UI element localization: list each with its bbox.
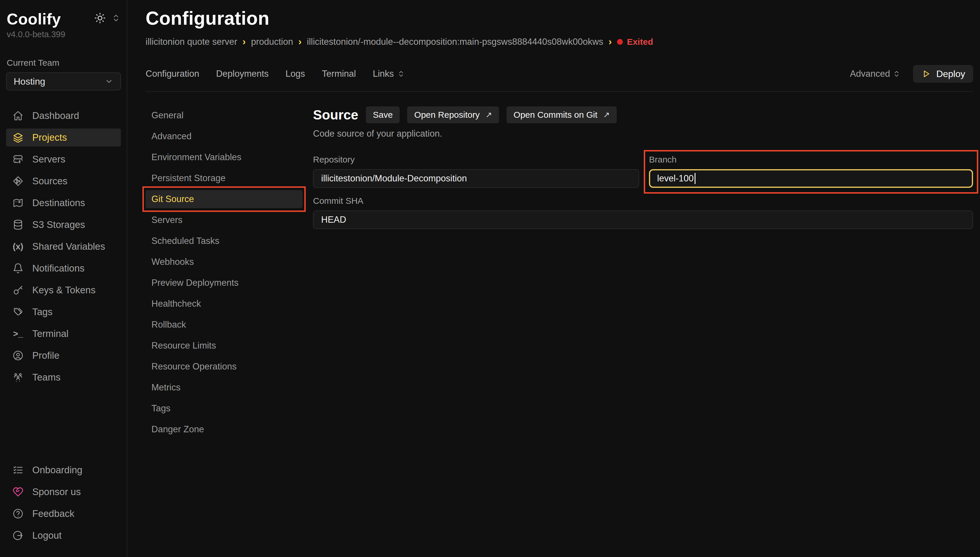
breadcrumb: illicitonion quote server › production ›… xyxy=(146,37,973,47)
sidebar-item-terminal[interactable]: >_ Terminal xyxy=(6,325,121,343)
sidebar-item-servers[interactable]: Servers xyxy=(6,150,121,168)
subnav-item-general[interactable]: General xyxy=(146,106,302,124)
current-team-label: Current Team xyxy=(7,58,121,68)
subnav-item-persistent-storage[interactable]: Persistent Storage xyxy=(146,169,302,187)
sidebar-item-label: Destinations xyxy=(32,197,85,208)
sidebar-item-label: Sources xyxy=(32,176,67,187)
save-button[interactable]: Save xyxy=(366,106,400,123)
configuration-subnav: General Advanced Environment Variables P… xyxy=(146,106,302,441)
breadcrumb-project[interactable]: illicitonion quote server xyxy=(146,37,237,47)
sidebar-item-destinations[interactable]: Destinations xyxy=(6,194,121,212)
status-badge: Exited xyxy=(617,37,653,47)
layers-icon xyxy=(13,132,24,143)
advanced-label: Advanced xyxy=(850,68,890,79)
page-title: Configuration xyxy=(146,8,973,29)
open-commits-button[interactable]: Open Commits on Git ↗ xyxy=(507,106,617,123)
commit-sha-input[interactable] xyxy=(313,210,973,229)
source-form: Repository Branch level-100 Commit SHA xyxy=(313,155,973,229)
subnav-item-resource-limits[interactable]: Resource Limits xyxy=(146,337,302,355)
subnav-item-rollback[interactable]: Rollback xyxy=(146,316,302,334)
subnav-item-advanced[interactable]: Advanced xyxy=(146,127,302,145)
sidebar-item-label: Terminal xyxy=(32,328,68,339)
external-link-icon: ↗ xyxy=(603,110,610,119)
sidebar-item-onboarding[interactable]: Onboarding xyxy=(6,461,121,479)
branch-input[interactable]: level-100 xyxy=(649,169,973,188)
tab-links[interactable]: Links xyxy=(373,68,405,79)
sidebar-item-s3-storages[interactable]: S3 Storages xyxy=(6,216,121,234)
open-commits-label: Open Commits on Git xyxy=(514,110,597,120)
theme-sun-icon[interactable] xyxy=(94,12,106,24)
subnav-item-preview-deployments[interactable]: Preview Deployments xyxy=(146,274,302,292)
chevrons-up-down-icon xyxy=(893,70,900,78)
open-repository-label: Open Repository xyxy=(414,110,479,120)
advanced-toggle[interactable]: Advanced xyxy=(850,68,900,79)
sidebar-item-keys-tokens[interactable]: Keys & Tokens xyxy=(6,281,121,299)
deploy-label: Deploy xyxy=(936,68,965,79)
deploy-button[interactable]: Deploy xyxy=(913,65,973,83)
sidebar-item-label: Notifications xyxy=(32,263,85,274)
sidebar-item-label: Tags xyxy=(32,306,53,318)
sidebar-item-label: Logout xyxy=(32,530,62,541)
sidebar-item-teams[interactable]: Teams xyxy=(6,368,121,386)
sidebar-item-label: Teams xyxy=(32,372,60,383)
subnav-item-git-source[interactable]: Git Source xyxy=(146,190,302,208)
repository-label: Repository xyxy=(313,155,639,164)
tab-terminal[interactable]: Terminal xyxy=(322,68,356,79)
server-icon xyxy=(13,154,24,165)
key-icon xyxy=(13,285,24,296)
sidebar-item-profile[interactable]: Profile xyxy=(6,347,121,365)
subnav-item-servers[interactable]: Servers xyxy=(146,211,302,229)
help-circle-icon xyxy=(13,508,24,519)
tab-logs[interactable]: Logs xyxy=(285,68,305,79)
terminal-icon: >_ xyxy=(13,329,24,338)
chevrons-up-down-icon xyxy=(397,70,405,78)
sidebar-item-logout[interactable]: Logout xyxy=(6,526,121,544)
sidebar-item-label: Profile xyxy=(32,350,60,361)
subnav-item-label: Git Source xyxy=(151,194,194,204)
chevron-down-icon xyxy=(105,77,113,86)
theme-selector-chevrons-icon[interactable] xyxy=(112,14,120,23)
subnav-item-healthcheck[interactable]: Healthcheck xyxy=(146,295,302,313)
app-logo[interactable]: Coolify xyxy=(7,10,61,28)
team-select-value: Hosting xyxy=(14,76,46,87)
sidebar-item-label: Onboarding xyxy=(32,464,82,476)
text-cursor xyxy=(695,173,696,184)
sidebar-item-dashboard[interactable]: Dashboard xyxy=(6,107,121,125)
sidebar-item-notifications[interactable]: Notifications xyxy=(6,259,121,277)
branch-label: Branch xyxy=(649,155,973,164)
subnav-item-scheduled-tasks[interactable]: Scheduled Tasks xyxy=(146,232,302,250)
subnav-item-metrics[interactable]: Metrics xyxy=(146,378,302,397)
commit-sha-label: Commit SHA xyxy=(313,196,973,206)
tabs-bar: Configuration Deployments Logs Terminal … xyxy=(146,65,973,92)
subnav-item-danger-zone[interactable]: Danger Zone xyxy=(146,420,302,438)
repository-input[interactable] xyxy=(313,169,639,188)
commit-sha-field: Commit SHA xyxy=(313,196,973,229)
sidebar-item-sponsor-us[interactable]: Sponsor us xyxy=(6,483,121,501)
sidebar-item-sources[interactable]: Sources xyxy=(6,172,121,190)
user-circle-icon xyxy=(13,350,24,361)
sidebar-item-tags[interactable]: Tags xyxy=(6,303,121,321)
open-repository-button[interactable]: Open Repository ↗ xyxy=(407,106,499,123)
subnav-item-tags[interactable]: Tags xyxy=(146,399,302,417)
sidebar-item-feedback[interactable]: Feedback xyxy=(6,505,121,523)
sidebar-nav: Dashboard Projects Servers Sources Desti… xyxy=(6,107,121,390)
subnav-item-webhooks[interactable]: Webhooks xyxy=(146,253,302,271)
tab-links-label: Links xyxy=(373,68,394,79)
tab-deployments[interactable]: Deployments xyxy=(216,68,268,79)
status-dot-icon xyxy=(617,39,623,45)
breadcrumb-resource[interactable]: illicitestonion/-module--decomposition:m… xyxy=(307,37,603,47)
team-select[interactable]: Hosting xyxy=(6,72,121,90)
sidebar-item-label: Dashboard xyxy=(32,110,79,121)
subnav-item-environment-variables[interactable]: Environment Variables xyxy=(146,148,302,166)
breadcrumb-environment[interactable]: production xyxy=(251,37,293,47)
users-icon xyxy=(13,372,24,383)
git-source-panel: Source Save Open Repository ↗ Open Commi… xyxy=(313,106,973,441)
sidebar-item-shared-variables[interactable]: (x) Shared Variables xyxy=(6,238,121,256)
external-link-icon: ↗ xyxy=(485,110,492,119)
sidebar-item-label: Sponsor us xyxy=(32,486,81,497)
sidebar-item-projects[interactable]: Projects xyxy=(6,129,121,147)
sidebar-item-label: Servers xyxy=(32,154,65,165)
subnav-item-resource-operations[interactable]: Resource Operations xyxy=(146,358,302,376)
tab-configuration[interactable]: Configuration xyxy=(146,68,199,79)
sidebar: Coolify v4.0.0-beta.399 Current Team Hos… xyxy=(0,0,127,557)
